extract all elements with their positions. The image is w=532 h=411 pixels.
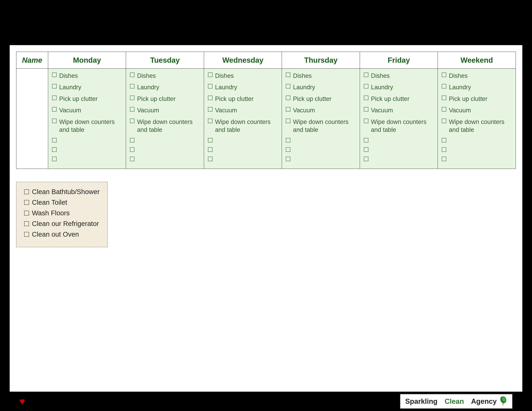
list-item[interactable] xyxy=(208,147,278,152)
checkbox[interactable] xyxy=(52,73,57,77)
list-item[interactable]: Vacuum xyxy=(364,106,434,114)
checkbox[interactable] xyxy=(364,84,368,88)
list-item[interactable]: Pick up clutter xyxy=(52,95,122,103)
list-item[interactable]: Wipe down counters and table xyxy=(208,118,278,134)
checkbox[interactable] xyxy=(364,107,368,112)
list-item[interactable]: Vacuum xyxy=(208,106,278,114)
list-item[interactable]: Vacuum xyxy=(130,106,200,114)
list-item[interactable]: Wipe down counters and table xyxy=(442,118,512,134)
list-item[interactable] xyxy=(52,156,122,162)
checkbox[interactable] xyxy=(364,157,368,161)
list-item[interactable]: Vacuum xyxy=(286,106,356,114)
checkbox[interactable] xyxy=(130,119,134,123)
list-item[interactable] xyxy=(208,137,278,143)
list-item[interactable]: Laundry xyxy=(130,83,200,91)
checkbox[interactable] xyxy=(286,119,290,123)
list-item[interactable]: Dishes xyxy=(208,72,278,80)
checkbox[interactable] xyxy=(208,138,212,142)
list-item[interactable] xyxy=(52,147,122,152)
checkbox[interactable] xyxy=(208,157,212,161)
list-item[interactable] xyxy=(364,147,434,152)
list-item[interactable] xyxy=(364,137,434,143)
checkbox[interactable] xyxy=(442,84,446,88)
list-item[interactable]: Vacuum xyxy=(52,106,122,114)
checkbox[interactable] xyxy=(364,119,368,123)
list-item[interactable] xyxy=(442,156,512,162)
list-item[interactable]: Wipe down counters and table xyxy=(286,118,356,134)
list-item[interactable]: Wipe down counters and table xyxy=(52,118,122,134)
list-item[interactable]: Vacuum xyxy=(442,106,512,114)
checkbox[interactable] xyxy=(52,147,57,152)
checkbox[interactable] xyxy=(52,107,57,112)
list-item[interactable]: Laundry xyxy=(364,83,434,91)
list-item[interactable] xyxy=(286,147,356,152)
list-item[interactable] xyxy=(208,156,278,162)
checkbox[interactable] xyxy=(442,138,446,142)
checkbox[interactable] xyxy=(24,200,29,205)
list-item[interactable]: Wash Floors xyxy=(24,209,100,217)
list-item[interactable]: Clean Bathtub/Shower xyxy=(24,188,100,196)
checkbox[interactable] xyxy=(130,147,134,152)
checkbox[interactable] xyxy=(208,84,212,88)
checkbox[interactable] xyxy=(24,211,29,215)
list-item[interactable]: Laundry xyxy=(52,83,122,91)
checkbox[interactable] xyxy=(286,147,290,152)
list-item[interactable] xyxy=(52,137,122,143)
checkbox[interactable] xyxy=(442,73,446,77)
checkbox[interactable] xyxy=(24,221,29,226)
checkbox[interactable] xyxy=(24,189,29,194)
list-item[interactable]: Pick up clutter xyxy=(442,95,512,103)
checkbox[interactable] xyxy=(364,73,368,77)
list-item[interactable]: Clean out Oven xyxy=(24,231,100,238)
list-item[interactable] xyxy=(130,156,200,162)
checkbox[interactable] xyxy=(364,147,368,152)
list-item[interactable] xyxy=(442,147,512,152)
list-item[interactable]: Wipe down counters and table xyxy=(364,118,434,134)
list-item[interactable]: Dishes xyxy=(52,72,122,80)
list-item[interactable]: Pick up clutter xyxy=(208,95,278,103)
checkbox[interactable] xyxy=(442,147,446,152)
checkbox[interactable] xyxy=(442,157,446,161)
list-item[interactable]: Dishes xyxy=(130,72,200,80)
list-item[interactable]: Laundry xyxy=(286,83,356,91)
list-item[interactable] xyxy=(442,137,512,143)
checkbox[interactable] xyxy=(208,73,212,77)
list-item[interactable]: Laundry xyxy=(208,83,278,91)
list-item[interactable]: Clean Toilet xyxy=(24,199,100,206)
checkbox[interactable] xyxy=(364,138,368,142)
list-item[interactable]: Clean our Refrigerator xyxy=(24,220,100,228)
list-item[interactable]: Pick up clutter xyxy=(286,95,356,103)
checkbox[interactable] xyxy=(286,138,290,142)
checkbox[interactable] xyxy=(130,157,134,161)
checkbox[interactable] xyxy=(208,107,212,112)
checkbox[interactable] xyxy=(286,84,290,88)
list-item[interactable]: Dishes xyxy=(364,72,434,80)
list-item[interactable] xyxy=(286,156,356,162)
checkbox[interactable] xyxy=(130,73,134,77)
checkbox[interactable] xyxy=(442,119,446,123)
list-item[interactable] xyxy=(286,137,356,143)
checkbox[interactable] xyxy=(208,147,212,152)
list-item[interactable]: Dishes xyxy=(286,72,356,80)
checkbox[interactable] xyxy=(24,232,29,237)
list-item[interactable]: Pick up clutter xyxy=(364,95,434,103)
list-item[interactable]: Dishes xyxy=(442,72,512,80)
checkbox[interactable] xyxy=(130,84,134,88)
checkbox[interactable] xyxy=(130,96,134,100)
list-item[interactable]: Laundry xyxy=(442,83,512,91)
checkbox[interactable] xyxy=(52,138,57,142)
list-item[interactable] xyxy=(364,156,434,162)
checkbox[interactable] xyxy=(52,157,57,161)
checkbox[interactable] xyxy=(52,96,57,100)
list-item[interactable] xyxy=(130,137,200,143)
list-item[interactable]: Wipe down counters and table xyxy=(130,118,200,134)
checkbox[interactable] xyxy=(130,107,134,112)
checkbox[interactable] xyxy=(52,84,57,88)
list-item[interactable]: Pick up clutter xyxy=(130,95,200,103)
list-item[interactable] xyxy=(130,147,200,152)
checkbox[interactable] xyxy=(208,96,212,100)
checkbox[interactable] xyxy=(52,119,57,123)
checkbox[interactable] xyxy=(286,96,290,100)
checkbox[interactable] xyxy=(208,119,212,123)
checkbox[interactable] xyxy=(286,73,290,77)
